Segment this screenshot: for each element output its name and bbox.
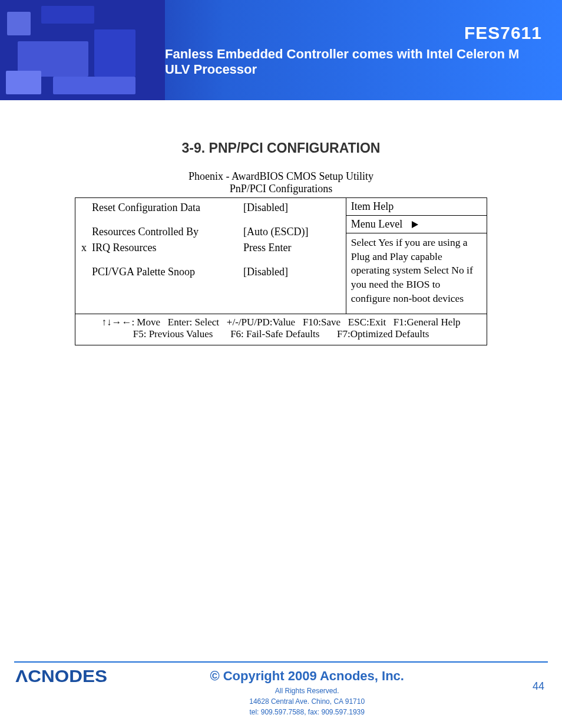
page: FES7611 Fanless Embedded Controller come…: [0, 0, 562, 728]
footer-address: 14628 Central Ave. Chino, CA 91710: [105, 696, 509, 707]
footer-copyright: © Copyright 2009 Acnodes, Inc.: [105, 666, 509, 686]
hint-line-1: ↑↓→←: Move Enter: Select +/-/PU/PD:Value…: [79, 317, 483, 328]
setting-value[interactable]: [Disabled]: [243, 266, 340, 278]
section-heading: 3-9. PNP/PCI CONFIGURATION: [39, 140, 523, 156]
setting-label: Resources Controlled By: [92, 226, 199, 238]
help-header: Item Help: [346, 198, 487, 215]
product-subtitle: Fanless Embedded Controller comes with I…: [165, 47, 542, 77]
setting-label: Reset Configuration Data: [92, 202, 200, 213]
setting-label: IRQ Resources: [92, 242, 156, 253]
product-name: FES7611: [464, 23, 542, 43]
bios-settings-pane: Reset Configuration Data [Disabled] Reso…: [75, 198, 346, 314]
bios-help-pane: Item Help Menu Level Select Yes if you a…: [346, 198, 487, 314]
footer-contact: © Copyright 2009 Acnodes, Inc. All Right…: [105, 666, 509, 717]
hint-line-2: F5: Previous Values F6: Fail-Safe Defaul…: [79, 328, 483, 340]
banner-decorative-art: [0, 0, 165, 100]
setting-value[interactable]: Press Enter: [243, 242, 340, 254]
setting-label: PCI/VGA Palette Snoop: [92, 266, 195, 278]
page-number: 44: [509, 666, 544, 693]
setting-value[interactable]: [Disabled]: [243, 202, 340, 214]
brand-logo-text: ΛCNODES: [15, 666, 107, 686]
menu-level-label: Menu Level: [351, 218, 402, 230]
bios-key-hints: ↑↓→←: Move Enter: Select +/-/PU/PD:Value…: [75, 314, 487, 345]
disabled-mark: x: [81, 242, 92, 254]
bios-subtitle: PnP/PCI Configurations: [75, 183, 487, 195]
footer-rights: All Rights Reserved.: [105, 686, 509, 696]
bios-frame: Reset Configuration Data [Disabled] Reso…: [75, 197, 487, 345]
brand-logo: ΛCNODES: [18, 666, 105, 686]
header-banner: FES7611 Fanless Embedded Controller come…: [0, 0, 562, 100]
bios-title: Phoenix - AwardBIOS CMOS Setup Utility: [75, 170, 487, 183]
footer-tel: tel: 909.597.7588, fax: 909.597.1939: [105, 707, 509, 717]
setting-value[interactable]: [Auto (ESCD)]: [243, 226, 340, 238]
footer-rule: [14, 661, 548, 663]
help-text: Select Yes if you are using a Plug and P…: [346, 233, 487, 308]
bios-screenshot: Phoenix - AwardBIOS CMOS Setup Utility P…: [75, 170, 487, 345]
page-footer: ΛCNODES © Copyright 2009 Acnodes, Inc. A…: [0, 661, 562, 717]
triangle-right-icon: [412, 221, 418, 228]
